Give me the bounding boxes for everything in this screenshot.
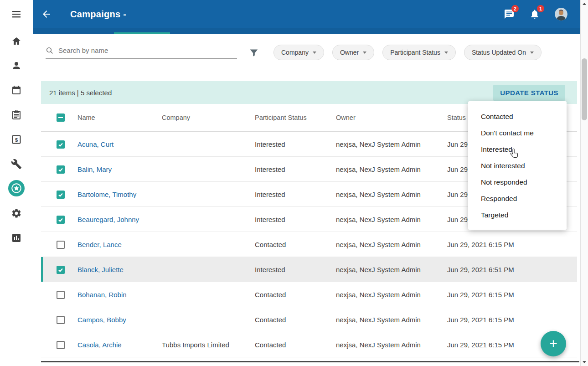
participant-name-link[interactable]: Bohanan, Robin [77, 291, 127, 299]
select-all-checkbox[interactable] [57, 113, 65, 122]
table-row[interactable]: Campos, Bobby Contacted nexjsa, NexJ Sys… [41, 307, 577, 332]
participant-name-link[interactable]: Bartolome, Timothy [77, 191, 136, 198]
column-header-name[interactable]: Name [77, 114, 162, 121]
menu-item-contacted[interactable]: Contacted [468, 108, 567, 125]
back-arrow-icon[interactable] [41, 9, 52, 20]
column-header-company[interactable]: Company [162, 114, 255, 121]
participant-name-link[interactable]: Campos, Bobby [77, 316, 126, 324]
user-avatar[interactable] [555, 8, 567, 21]
column-header-owner[interactable]: Owner [336, 114, 447, 121]
table-row[interactable]: Blanck, Juliette Interested nexjsa, NexJ… [41, 257, 577, 282]
row-checkbox[interactable] [57, 266, 65, 274]
status-updated-cell: Jun 29, 2021 6:51 PM [447, 266, 577, 273]
vertical-scrollbar[interactable] [580, 0, 588, 366]
row-checkbox[interactable] [57, 316, 65, 324]
row-checkbox[interactable] [57, 291, 65, 299]
owner-cell: nexjsa, NexJ System Admin [336, 241, 447, 248]
participant-status-cell: Interested [255, 191, 336, 198]
menu-item-targeted[interactable]: Targeted [468, 207, 567, 223]
notifications-bell-icon[interactable]: 1 [529, 9, 540, 20]
menu-item-dont-contact-me[interactable]: Don't contact me [468, 125, 567, 141]
messages-icon[interactable]: 2 [504, 9, 515, 20]
svg-text:$: $ [15, 137, 18, 143]
participant-status-cell: Interested [255, 216, 336, 223]
filter-funnel-icon[interactable] [249, 47, 259, 57]
row-checkbox[interactable] [57, 341, 65, 349]
page-title: Campaigns - [70, 9, 126, 20]
notifications-badge: 1 [537, 5, 544, 12]
status-updated-cell: Jun 29, 2021 6:15 PM [447, 316, 577, 324]
owner-cell: nexjsa, NexJ System Admin [336, 140, 447, 148]
app-header: Campaigns - 2 1 [33, 0, 580, 34]
table-row[interactable]: Bender, Lance Contacted nexjsa, NexJ Sys… [41, 232, 577, 257]
participant-name-link[interactable]: Acuna, Curt [77, 140, 113, 148]
update-status-menu: Contacted Don't contact me Interested No… [468, 101, 567, 230]
participant-name-link[interactable]: Casola, Archie [77, 341, 122, 349]
menu-item-responded[interactable]: Responded [468, 191, 567, 207]
settings-gear-icon[interactable] [11, 208, 22, 219]
menu-item-not-responded[interactable]: Not responded [468, 174, 567, 191]
filter-pill-company[interactable]: Company [273, 45, 324, 60]
scroll-up-icon[interactable] [581, 0, 588, 8]
row-checkbox[interactable] [57, 165, 65, 174]
tools-wrench-icon[interactable] [11, 159, 22, 170]
company-cell: Tubbs Imports Limited [162, 341, 255, 349]
billing-dollar-icon[interactable]: $ [11, 134, 22, 145]
status-updated-cell: Jun 29, 2021 6:15 PM [447, 291, 577, 299]
filter-pill-label: Status Updated On [472, 49, 526, 56]
update-status-button[interactable]: UPDATE STATUS [493, 85, 565, 101]
active-tab-indicator [114, 32, 170, 34]
scrollbar-thumb[interactable] [582, 58, 587, 120]
contacts-icon[interactable] [11, 60, 22, 71]
add-fab-button[interactable]: + [541, 331, 566, 356]
filter-pill-label: Owner [340, 49, 359, 56]
owner-cell: nexjsa, NexJ System Admin [336, 165, 447, 173]
reports-chart-icon[interactable] [11, 232, 22, 243]
horizontal-scroll-edge [41, 361, 579, 362]
participant-status-cell: Contacted [255, 341, 336, 349]
participant-name-link[interactable]: Bender, Lance [77, 241, 122, 248]
search-icon [46, 46, 54, 55]
owner-cell: nexjsa, NexJ System Admin [336, 266, 447, 273]
row-checkbox[interactable] [57, 140, 65, 149]
search-field[interactable] [46, 46, 237, 59]
filter-pill-status-updated-on[interactable]: Status Updated On [464, 45, 542, 60]
chevron-down-icon [444, 52, 448, 54]
selection-summary: 21 items | 5 selected [49, 89, 112, 97]
campaigns-star-icon-active[interactable] [8, 180, 25, 196]
app-window: $ Campaigns - 2 [0, 0, 588, 366]
owner-cell: nexjsa, NexJ System Admin [336, 341, 447, 349]
column-header-participant-status[interactable]: Participant Status [255, 114, 336, 121]
sidebar: $ [0, 0, 33, 366]
table-row[interactable]: Casola, Archie Tubbs Imports Limited Con… [41, 332, 577, 357]
participant-name-link[interactable]: Blanck, Juliette [77, 266, 124, 273]
participant-name-link[interactable]: Balin, Mary [77, 165, 112, 173]
row-checkbox[interactable] [57, 191, 65, 199]
search-input[interactable] [58, 46, 237, 54]
participant-status-cell: Interested [255, 140, 336, 148]
menu-item-interested[interactable]: Interested [468, 141, 567, 158]
participant-status-cell: Interested [255, 165, 336, 173]
filter-pill-owner[interactable]: Owner [332, 45, 374, 60]
filter-pills: Company Owner Participant Status Status … [273, 45, 542, 60]
filter-pill-participant-status[interactable]: Participant Status [382, 45, 456, 60]
filter-pill-label: Participant Status [390, 49, 440, 56]
participant-status-cell: Contacted [255, 241, 336, 248]
calendar-icon[interactable] [11, 85, 22, 96]
tasks-clipboard-icon[interactable] [11, 109, 22, 120]
chevron-down-icon [530, 52, 534, 54]
menu-hamburger-icon[interactable] [11, 9, 22, 20]
filter-pill-label: Company [281, 49, 309, 56]
filter-toolbar: Company Owner Participant Status Status … [33, 34, 580, 71]
owner-cell: nexjsa, NexJ System Admin [336, 291, 447, 299]
row-checkbox[interactable] [57, 216, 65, 224]
chevron-down-icon [313, 52, 316, 54]
row-checkbox[interactable] [57, 241, 65, 249]
participant-name-link[interactable]: Beauregard, Johnny [77, 216, 139, 223]
menu-item-not-interested[interactable]: Not interested [468, 158, 567, 174]
table-row[interactable]: Bohanan, Robin Contacted nexjsa, NexJ Sy… [41, 282, 577, 307]
owner-cell: nexjsa, NexJ System Admin [336, 316, 447, 324]
scroll-down-icon[interactable] [581, 358, 588, 366]
home-icon[interactable] [11, 36, 22, 46]
status-updated-cell: Jun 29, 2021 6:15 PM [447, 241, 577, 248]
